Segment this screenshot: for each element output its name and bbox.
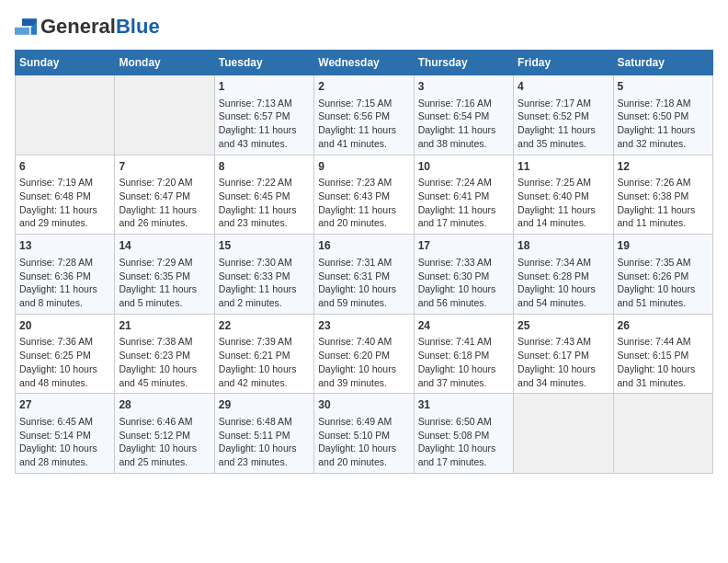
day-number: 4 — [518, 79, 609, 95]
day-number: 25 — [518, 318, 609, 334]
day-number: 23 — [318, 318, 409, 334]
day-content: Sunrise: 7:24 AM Sunset: 6:41 PM Dayligh… — [418, 176, 509, 230]
logo: GeneralBlue — [15, 15, 160, 39]
calendar-cell: 28Sunrise: 6:46 AM Sunset: 5:12 PM Dayli… — [115, 394, 214, 474]
day-number: 12 — [618, 159, 709, 175]
calendar-cell: 29Sunrise: 6:48 AM Sunset: 5:11 PM Dayli… — [214, 394, 313, 474]
day-number: 30 — [318, 397, 409, 413]
day-number: 9 — [318, 159, 409, 175]
day-content: Sunrise: 7:35 AM Sunset: 6:26 PM Dayligh… — [618, 256, 709, 310]
calendar-cell: 20Sunrise: 7:36 AM Sunset: 6:25 PM Dayli… — [16, 314, 115, 394]
calendar-cell: 26Sunrise: 7:44 AM Sunset: 6:15 PM Dayli… — [613, 314, 712, 394]
calendar-cell: 10Sunrise: 7:24 AM Sunset: 6:41 PM Dayli… — [414, 155, 513, 235]
calendar-body: 1Sunrise: 7:13 AM Sunset: 6:57 PM Daylig… — [16, 75, 713, 474]
day-number: 14 — [119, 238, 210, 254]
day-content: Sunrise: 7:19 AM Sunset: 6:48 PM Dayligh… — [19, 176, 110, 230]
calendar-table: SundayMondayTuesdayWednesdayThursdayFrid… — [15, 50, 713, 474]
logo-text: GeneralBlue — [40, 15, 160, 39]
calendar-week: 1Sunrise: 7:13 AM Sunset: 6:57 PM Daylig… — [16, 75, 713, 155]
calendar-cell: 5Sunrise: 7:18 AM Sunset: 6:50 PM Daylig… — [613, 75, 712, 155]
calendar-cell: 24Sunrise: 7:41 AM Sunset: 6:18 PM Dayli… — [414, 314, 513, 394]
day-content: Sunrise: 7:28 AM Sunset: 6:36 PM Dayligh… — [19, 256, 110, 310]
day-content: Sunrise: 7:13 AM Sunset: 6:57 PM Dayligh… — [219, 97, 310, 151]
header-day: Saturday — [613, 51, 712, 75]
calendar-cell: 3Sunrise: 7:16 AM Sunset: 6:54 PM Daylig… — [414, 75, 513, 155]
calendar-week: 27Sunrise: 6:45 AM Sunset: 5:14 PM Dayli… — [16, 394, 713, 474]
calendar-cell: 25Sunrise: 7:43 AM Sunset: 6:17 PM Dayli… — [514, 314, 613, 394]
day-number: 29 — [219, 397, 310, 413]
calendar-cell: 27Sunrise: 6:45 AM Sunset: 5:14 PM Dayli… — [16, 394, 115, 474]
header-day: Friday — [514, 51, 613, 75]
day-content: Sunrise: 7:33 AM Sunset: 6:30 PM Dayligh… — [418, 256, 509, 310]
day-content: Sunrise: 7:40 AM Sunset: 6:20 PM Dayligh… — [318, 335, 409, 389]
calendar-cell: 1Sunrise: 7:13 AM Sunset: 6:57 PM Daylig… — [214, 75, 313, 155]
calendar-week: 6Sunrise: 7:19 AM Sunset: 6:48 PM Daylig… — [16, 155, 713, 235]
day-content: Sunrise: 7:30 AM Sunset: 6:33 PM Dayligh… — [219, 256, 310, 310]
header-day: Sunday — [16, 51, 115, 75]
day-content: Sunrise: 6:50 AM Sunset: 5:08 PM Dayligh… — [418, 415, 509, 469]
calendar-cell: 30Sunrise: 6:49 AM Sunset: 5:10 PM Dayli… — [314, 394, 414, 474]
header-day: Wednesday — [314, 51, 414, 75]
day-content: Sunrise: 7:18 AM Sunset: 6:50 PM Dayligh… — [618, 97, 709, 151]
calendar-cell — [613, 394, 712, 474]
day-number: 31 — [418, 397, 509, 413]
calendar-cell: 13Sunrise: 7:28 AM Sunset: 6:36 PM Dayli… — [16, 235, 115, 315]
day-content: Sunrise: 7:38 AM Sunset: 6:23 PM Dayligh… — [119, 335, 210, 389]
calendar-week: 20Sunrise: 7:36 AM Sunset: 6:25 PM Dayli… — [16, 314, 713, 394]
day-number: 24 — [418, 318, 509, 334]
day-content: Sunrise: 7:16 AM Sunset: 6:54 PM Dayligh… — [418, 97, 509, 151]
calendar-cell — [514, 394, 613, 474]
day-number: 18 — [518, 238, 609, 254]
calendar-cell: 19Sunrise: 7:35 AM Sunset: 6:26 PM Dayli… — [613, 235, 712, 315]
day-content: Sunrise: 6:46 AM Sunset: 5:12 PM Dayligh… — [119, 415, 210, 469]
day-number: 3 — [418, 79, 509, 95]
day-number: 16 — [318, 238, 409, 254]
calendar-cell: 31Sunrise: 6:50 AM Sunset: 5:08 PM Dayli… — [414, 394, 513, 474]
day-number: 26 — [618, 318, 709, 334]
header-day: Tuesday — [214, 51, 313, 75]
calendar-cell: 15Sunrise: 7:30 AM Sunset: 6:33 PM Dayli… — [214, 235, 313, 315]
day-content: Sunrise: 7:29 AM Sunset: 6:35 PM Dayligh… — [119, 256, 210, 310]
calendar-cell: 7Sunrise: 7:20 AM Sunset: 6:47 PM Daylig… — [115, 155, 214, 235]
page-header: GeneralBlue — [15, 15, 713, 39]
day-content: Sunrise: 6:49 AM Sunset: 5:10 PM Dayligh… — [318, 415, 409, 469]
day-content: Sunrise: 7:26 AM Sunset: 6:38 PM Dayligh… — [618, 176, 709, 230]
day-content: Sunrise: 7:36 AM Sunset: 6:25 PM Dayligh… — [19, 335, 110, 389]
day-content: Sunrise: 6:45 AM Sunset: 5:14 PM Dayligh… — [19, 415, 110, 469]
day-number: 21 — [119, 318, 210, 334]
calendar-cell — [16, 75, 115, 155]
calendar-cell: 23Sunrise: 7:40 AM Sunset: 6:20 PM Dayli… — [314, 314, 414, 394]
day-content: Sunrise: 7:25 AM Sunset: 6:40 PM Dayligh… — [518, 176, 609, 230]
day-content: Sunrise: 7:17 AM Sunset: 6:52 PM Dayligh… — [518, 97, 609, 151]
day-number: 2 — [318, 79, 409, 95]
day-number: 5 — [618, 79, 709, 95]
day-number: 13 — [19, 238, 110, 254]
day-number: 27 — [19, 397, 110, 413]
calendar-cell: 16Sunrise: 7:31 AM Sunset: 6:31 PM Dayli… — [314, 235, 414, 315]
calendar-cell: 17Sunrise: 7:33 AM Sunset: 6:30 PM Dayli… — [414, 235, 513, 315]
header-day: Thursday — [414, 51, 513, 75]
day-content: Sunrise: 7:22 AM Sunset: 6:45 PM Dayligh… — [219, 176, 310, 230]
day-content: Sunrise: 7:23 AM Sunset: 6:43 PM Dayligh… — [318, 176, 409, 230]
day-content: Sunrise: 6:48 AM Sunset: 5:11 PM Dayligh… — [219, 415, 310, 469]
logo-icon — [15, 18, 37, 35]
svg-marker-1 — [15, 28, 29, 35]
day-number: 10 — [418, 159, 509, 175]
day-content: Sunrise: 7:41 AM Sunset: 6:18 PM Dayligh… — [418, 335, 509, 389]
day-content: Sunrise: 7:43 AM Sunset: 6:17 PM Dayligh… — [518, 335, 609, 389]
day-content: Sunrise: 7:15 AM Sunset: 6:56 PM Dayligh… — [318, 97, 409, 151]
calendar-cell: 22Sunrise: 7:39 AM Sunset: 6:21 PM Dayli… — [214, 314, 313, 394]
day-content: Sunrise: 7:31 AM Sunset: 6:31 PM Dayligh… — [318, 256, 409, 310]
day-content: Sunrise: 7:34 AM Sunset: 6:28 PM Dayligh… — [518, 256, 609, 310]
day-number: 1 — [219, 79, 310, 95]
calendar-cell: 21Sunrise: 7:38 AM Sunset: 6:23 PM Dayli… — [115, 314, 214, 394]
calendar-cell: 18Sunrise: 7:34 AM Sunset: 6:28 PM Dayli… — [514, 235, 613, 315]
calendar-cell: 9Sunrise: 7:23 AM Sunset: 6:43 PM Daylig… — [314, 155, 414, 235]
day-number: 8 — [219, 159, 310, 175]
calendar-cell: 12Sunrise: 7:26 AM Sunset: 6:38 PM Dayli… — [613, 155, 712, 235]
day-number: 20 — [19, 318, 110, 334]
calendar-cell: 11Sunrise: 7:25 AM Sunset: 6:40 PM Dayli… — [514, 155, 613, 235]
day-number: 11 — [518, 159, 609, 175]
day-number: 7 — [119, 159, 210, 175]
calendar-cell: 6Sunrise: 7:19 AM Sunset: 6:48 PM Daylig… — [16, 155, 115, 235]
